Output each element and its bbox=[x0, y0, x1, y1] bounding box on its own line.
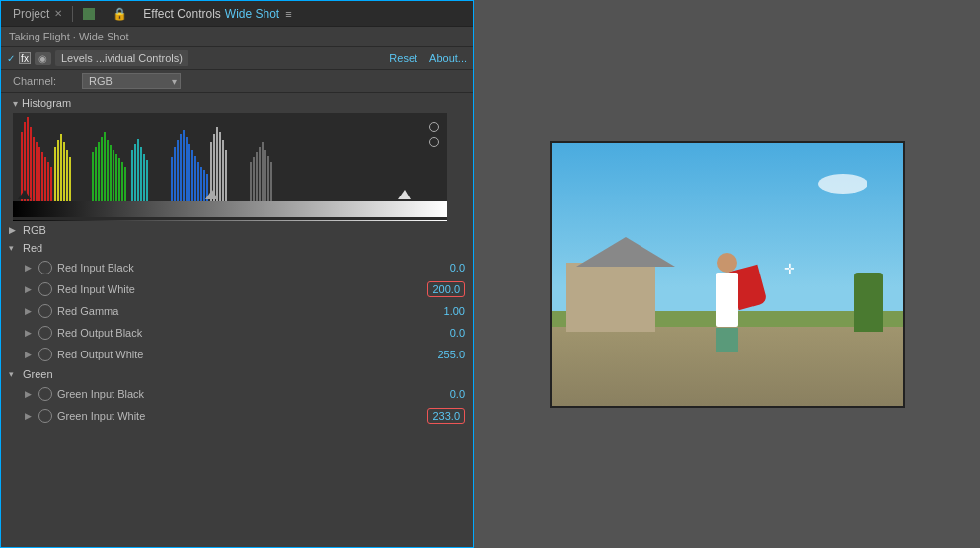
green-group-arrow-icon: ▾ bbox=[9, 369, 19, 379]
red-output-white-value[interactable]: 255.0 bbox=[437, 349, 465, 360]
svg-rect-30 bbox=[191, 150, 193, 201]
svg-rect-20 bbox=[118, 158, 120, 201]
input-gradient-slider[interactable] bbox=[13, 201, 447, 217]
tree bbox=[854, 273, 883, 332]
fx-badge: ◉ bbox=[35, 52, 51, 65]
param-row-red-output-white: ▶ Red Output White 255.0 bbox=[1, 344, 473, 365]
svg-rect-57 bbox=[213, 134, 215, 201]
histogram-circle-handle-1[interactable] bbox=[429, 122, 439, 132]
svg-rect-60 bbox=[222, 140, 224, 201]
svg-rect-31 bbox=[194, 156, 196, 201]
green-input-black-icon bbox=[38, 387, 52, 401]
param-row-green-input-white: ▶ Green Input White 233.0 bbox=[1, 405, 473, 427]
channel-label: Channel: bbox=[13, 75, 82, 87]
green-group-label: Green bbox=[23, 368, 53, 380]
reset-button[interactable]: Reset bbox=[389, 52, 417, 64]
param-row-red-input-black: ▶ Red Input Black 0.0 bbox=[1, 257, 473, 278]
red-output-black-icon bbox=[38, 326, 52, 340]
rgb-group-label: RGB bbox=[23, 224, 46, 236]
param-row-green-input-black: ▶ Green Input Black 0.0 bbox=[1, 383, 473, 405]
tab-lock: 🔒 bbox=[105, 1, 135, 26]
fx-badge-icon: ◉ bbox=[38, 53, 47, 64]
channel-row: Channel: RGB Red Green Blue Alpha ▾ bbox=[1, 70, 473, 93]
param-row-red-gamma: ▶ Red Gamma 1.00 bbox=[1, 300, 473, 322]
red-gamma-value[interactable]: 1.00 bbox=[444, 305, 465, 317]
fx-icon: fx bbox=[21, 53, 29, 64]
param-row-red-input-white: ▶ Red Input White 200.0 bbox=[1, 278, 473, 300]
svg-rect-58 bbox=[216, 127, 218, 201]
svg-rect-23 bbox=[171, 157, 173, 201]
green-input-white-label: Green Input White bbox=[57, 410, 427, 422]
svg-rect-33 bbox=[200, 167, 202, 201]
svg-rect-19 bbox=[115, 154, 117, 201]
red-input-white-expand-icon[interactable]: ▶ bbox=[25, 284, 35, 294]
svg-rect-17 bbox=[110, 145, 112, 201]
svg-rect-3 bbox=[30, 127, 32, 201]
red-output-white-label: Red Output White bbox=[57, 349, 437, 360]
channel-dropdown-wrapper: RGB Red Green Blue Alpha ▾ bbox=[82, 73, 181, 89]
svg-rect-7 bbox=[41, 152, 43, 201]
green-square-icon bbox=[83, 8, 95, 20]
input-black-triangle[interactable] bbox=[18, 190, 31, 199]
red-gamma-expand-icon[interactable]: ▶ bbox=[25, 306, 35, 316]
histogram-toggle[interactable]: ▾ Histogram bbox=[13, 97, 465, 109]
red-input-black-value[interactable]: 0.0 bbox=[450, 262, 465, 274]
lock-icon: 🔒 bbox=[113, 7, 127, 21]
histogram-circle-handle-2[interactable] bbox=[429, 137, 439, 147]
tab-menu-icon[interactable]: ≡ bbox=[285, 8, 291, 20]
param-group-green[interactable]: ▾ Green bbox=[1, 365, 473, 383]
input-white-triangle[interactable] bbox=[398, 190, 411, 199]
rgb-group-arrow-icon: ▶ bbox=[9, 225, 19, 235]
wide-shot-label: Wide Shot bbox=[225, 7, 279, 21]
red-input-black-label: Red Input Black bbox=[57, 262, 450, 274]
red-input-white-value[interactable]: 200.0 bbox=[427, 281, 465, 297]
output-gradient-slider[interactable] bbox=[13, 220, 447, 221]
histogram-toggle-arrow-icon: ▾ bbox=[13, 98, 18, 109]
svg-rect-2 bbox=[27, 117, 29, 201]
tab-project[interactable]: Project ✕ bbox=[5, 1, 70, 26]
red-input-black-icon bbox=[38, 261, 52, 274]
svg-rect-0 bbox=[21, 132, 23, 201]
svg-rect-61 bbox=[225, 150, 227, 201]
red-output-black-value[interactable]: 0.0 bbox=[450, 327, 465, 339]
green-input-white-expand-icon[interactable]: ▶ bbox=[25, 411, 35, 421]
levels-label[interactable]: Levels ...ividual Controls) bbox=[55, 50, 188, 66]
house-roof bbox=[576, 237, 675, 267]
svg-rect-28 bbox=[186, 137, 188, 201]
red-gamma-icon bbox=[38, 304, 52, 318]
svg-rect-24 bbox=[174, 147, 176, 201]
tab-effect-controls[interactable]: Effect Controls Wide Shot ≡ bbox=[135, 1, 299, 26]
red-output-black-expand-icon[interactable]: ▶ bbox=[25, 328, 35, 338]
svg-rect-26 bbox=[180, 134, 182, 201]
svg-rect-39 bbox=[259, 147, 261, 201]
project-tab-close[interactable]: ✕ bbox=[54, 8, 62, 19]
green-input-black-value[interactable]: 0.0 bbox=[450, 388, 465, 400]
green-input-black-expand-icon[interactable]: ▶ bbox=[25, 389, 35, 399]
svg-rect-38 bbox=[256, 152, 258, 201]
boy-legs bbox=[716, 328, 738, 352]
svg-rect-18 bbox=[113, 150, 114, 201]
svg-rect-41 bbox=[264, 150, 266, 201]
effect-controls-label: Effect Controls bbox=[143, 7, 220, 21]
red-output-white-expand-icon[interactable]: ▶ bbox=[25, 350, 35, 359]
param-row-red-output-black: ▶ Red Output Black 0.0 bbox=[1, 322, 473, 344]
param-group-rgb[interactable]: ▶ RGB bbox=[1, 221, 473, 239]
svg-rect-54 bbox=[143, 154, 145, 201]
histogram-label: Histogram bbox=[22, 97, 71, 109]
tab-divider-1 bbox=[72, 6, 73, 22]
svg-rect-27 bbox=[183, 130, 185, 201]
fx-bar: ✓ fx ◉ Levels ...ividual Controls) Reset… bbox=[1, 47, 473, 70]
red-group-label: Red bbox=[23, 242, 42, 254]
params-area: ▶ RGB ▾ Red ▶ Red Input Black 0.0 ▶ Red … bbox=[1, 221, 473, 547]
red-input-black-expand-icon[interactable]: ▶ bbox=[25, 263, 35, 273]
green-input-white-value[interactable]: 233.0 bbox=[427, 408, 465, 424]
svg-rect-36 bbox=[250, 162, 252, 201]
svg-rect-48 bbox=[66, 150, 68, 201]
channel-select[interactable]: RGB Red Green Blue Alpha bbox=[82, 73, 181, 89]
about-button[interactable]: About... bbox=[429, 52, 467, 64]
svg-rect-40 bbox=[262, 142, 264, 201]
fx-enable-checkbox[interactable]: fx bbox=[19, 52, 31, 64]
param-group-red[interactable]: ▾ Red bbox=[1, 239, 473, 257]
svg-rect-53 bbox=[140, 147, 142, 201]
crosshair-icon: ✛ bbox=[782, 261, 797, 276]
